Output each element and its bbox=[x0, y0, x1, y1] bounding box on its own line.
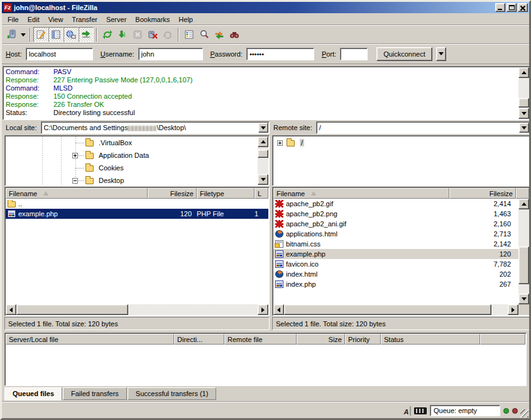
scrollbar-thumb[interactable] bbox=[518, 98, 529, 108]
column-header-priority[interactable]: Priority bbox=[345, 334, 381, 345]
password-input[interactable] bbox=[246, 48, 314, 60]
find-files-button[interactable] bbox=[227, 27, 242, 42]
file-size: 2,142 bbox=[449, 240, 516, 248]
tab-failed-transfers[interactable]: Failed transfers bbox=[63, 387, 127, 400]
scroll-up-button[interactable] bbox=[518, 67, 529, 78]
scrollbar-thumb[interactable] bbox=[284, 304, 491, 315]
file-row[interactable]: example.php120PHP File1 bbox=[6, 209, 268, 219]
filezilla-logo-icon bbox=[3, 3, 12, 12]
remote-site-dropdown[interactable] bbox=[519, 123, 529, 133]
log-scrollbar[interactable] bbox=[518, 67, 529, 119]
tree-item[interactable]: Desktop bbox=[6, 174, 258, 185]
scroll-up-button[interactable] bbox=[258, 136, 268, 147]
toggle-transfer-queue-button[interactable] bbox=[79, 27, 94, 42]
column-header-remote-file[interactable]: Remote file bbox=[224, 334, 297, 345]
log-line-label: Response: bbox=[6, 92, 53, 101]
menu-item-server[interactable]: Server bbox=[102, 14, 131, 25]
menu-item-help[interactable]: Help bbox=[174, 14, 197, 25]
cancel-operation-button[interactable] bbox=[130, 27, 145, 42]
column-header-server-local-file[interactable]: Server/Local file bbox=[6, 334, 174, 345]
username-input[interactable] bbox=[138, 48, 203, 60]
file-row[interactable]: example.php120 bbox=[273, 249, 518, 259]
tree-item[interactable]: Application Data bbox=[6, 149, 258, 162]
column-header-direction[interactable]: Directi... bbox=[174, 334, 224, 345]
menu-item-file[interactable]: File bbox=[3, 14, 23, 25]
reconnect-button[interactable] bbox=[160, 27, 175, 42]
file-row[interactable]: .. bbox=[6, 199, 268, 209]
tab-successful-transfers[interactable]: Successful transfers (1) bbox=[128, 387, 217, 400]
scroll-right-button[interactable] bbox=[258, 304, 268, 315]
process-queue-button[interactable] bbox=[115, 27, 130, 42]
column-header-last-modified[interactable]: L bbox=[255, 188, 268, 199]
resize-grip[interactable] bbox=[520, 409, 528, 417]
remote-horizontal-scrollbar[interactable] bbox=[273, 304, 518, 315]
file-name: example.php bbox=[286, 250, 326, 258]
column-header-size[interactable]: Size bbox=[297, 334, 345, 345]
scrollbar-thumb[interactable] bbox=[518, 246, 529, 284]
log-line: Command:MLSD bbox=[4, 84, 518, 92]
collapse-icon[interactable] bbox=[72, 178, 78, 184]
column-header-filesize[interactable]: Filesize bbox=[148, 188, 197, 199]
local-horizontal-scrollbar[interactable] bbox=[6, 304, 268, 315]
menu-item-transfer[interactable]: Transfer bbox=[67, 14, 102, 25]
remote-site-combo[interactable]: / bbox=[316, 121, 530, 134]
column-header-filename[interactable]: Filename bbox=[6, 188, 148, 199]
directory-comparison-button[interactable] bbox=[197, 27, 212, 42]
local-tree-scrollbar[interactable] bbox=[258, 136, 268, 185]
minimize-button[interactable] bbox=[495, 3, 505, 12]
maximize-button[interactable] bbox=[506, 3, 517, 12]
scroll-down-button[interactable] bbox=[518, 108, 529, 119]
scrollbar-thumb[interactable] bbox=[16, 304, 128, 315]
column-header-status[interactable]: Status bbox=[381, 334, 480, 345]
synchronized-browsing-button[interactable] bbox=[212, 27, 227, 42]
file-name: apache_pb2.png bbox=[286, 210, 337, 218]
disconnect-button[interactable] bbox=[145, 27, 160, 42]
expand-icon[interactable] bbox=[277, 140, 283, 146]
menu-item-bookmarks[interactable]: Bookmarks bbox=[131, 14, 174, 25]
scrollbar-thumb[interactable] bbox=[258, 150, 268, 158]
column-header-filename[interactable]: Filename bbox=[273, 188, 449, 199]
quickconnect-dropdown[interactable] bbox=[436, 47, 446, 61]
quickconnect-button[interactable]: Quickconnect bbox=[376, 47, 432, 61]
close-button[interactable] bbox=[518, 3, 528, 12]
arrow-right-icon bbox=[512, 307, 515, 312]
file-row[interactable]: index.php267 bbox=[273, 279, 518, 289]
file-row[interactable]: applications.html2,713 bbox=[273, 229, 518, 239]
site-manager-dropdown[interactable] bbox=[19, 27, 27, 42]
expand-icon[interactable] bbox=[72, 153, 78, 158]
file-row[interactable]: favicon.ico7,782 bbox=[273, 259, 518, 269]
file-row[interactable]: apache_pb2_ani.gif2,160 bbox=[273, 219, 518, 229]
toggle-local-tree-button[interactable] bbox=[48, 27, 63, 42]
scroll-down-button[interactable] bbox=[258, 174, 268, 185]
menu-item-view[interactable]: View bbox=[44, 14, 68, 25]
directory-filters-button[interactable] bbox=[182, 27, 197, 42]
host-input[interactable] bbox=[26, 48, 93, 60]
refresh-button[interactable] bbox=[100, 27, 115, 42]
toggle-message-log-button[interactable] bbox=[33, 27, 48, 42]
local-site-dropdown[interactable] bbox=[258, 123, 268, 133]
tree-item[interactable]: .VirtualBox bbox=[6, 136, 258, 149]
scroll-left-button[interactable] bbox=[273, 304, 284, 315]
column-header-filesize[interactable]: Filesize bbox=[449, 188, 516, 199]
file-row[interactable]: index.html202 bbox=[273, 269, 518, 279]
scroll-right-button[interactable] bbox=[508, 304, 518, 315]
file-row[interactable]: apache_pb2.gif2,414 bbox=[273, 199, 518, 209]
scroll-up-button[interactable] bbox=[518, 199, 529, 209]
tree-item[interactable]: Cookies bbox=[6, 162, 258, 174]
tab-queued-files[interactable]: Queued files bbox=[4, 387, 62, 401]
file-row[interactable]: bitnami.css2,142 bbox=[273, 239, 518, 249]
local-site-combo[interactable]: C:\Documents and Settings\Desktop\ bbox=[41, 121, 270, 134]
tree-item[interactable]: / bbox=[273, 136, 518, 149]
tree-item-label: Application Data bbox=[99, 152, 149, 159]
column-header-filetype[interactable]: Filetype bbox=[197, 188, 255, 199]
file-row[interactable]: apache_pb2.png1,463 bbox=[273, 209, 518, 219]
toggle-remote-tree-button[interactable] bbox=[63, 27, 79, 42]
remote-vertical-scrollbar[interactable] bbox=[518, 199, 529, 304]
menu-item-edit[interactable]: Edit bbox=[23, 14, 44, 25]
scroll-down-button[interactable] bbox=[518, 294, 529, 304]
scroll-left-button[interactable] bbox=[6, 304, 16, 315]
title-bar[interactable]: john@localhost - FileZilla bbox=[2, 2, 529, 13]
site-manager-button[interactable] bbox=[4, 27, 19, 42]
port-input[interactable] bbox=[340, 48, 368, 60]
log-line-text: MLSD bbox=[53, 84, 73, 92]
